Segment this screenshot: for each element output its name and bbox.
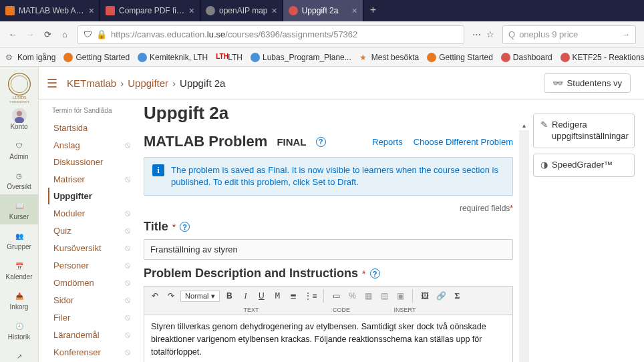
- star-icon[interactable]: ☆: [486, 29, 494, 39]
- student-view-button[interactable]: 👓 Studentens vy: [544, 73, 631, 93]
- nav-item-label: Omdömen: [53, 278, 94, 288]
- course-nav-item[interactable]: Personer⦸: [48, 256, 134, 274]
- browser-tab[interactable]: openAIP map ×: [200, 0, 283, 21]
- new-tab-button[interactable]: +: [363, 0, 383, 21]
- bullet-list-button[interactable]: ≣: [287, 289, 300, 303]
- scroll-up-icon[interactable]: ▴: [521, 120, 527, 130]
- browser-tab-active[interactable]: Uppgift 2a ×: [283, 0, 363, 21]
- bold-button[interactable]: B: [222, 289, 236, 303]
- course-nav-item[interactable]: Sidor⦸: [48, 291, 134, 309]
- course-nav-item[interactable]: Filer⦸: [48, 309, 134, 326]
- home-button[interactable]: ⌂: [56, 26, 73, 43]
- go-icon[interactable]: →: [621, 29, 630, 39]
- nav-commons[interactable]: ↗Commons: [0, 345, 38, 362]
- bookmark-item[interactable]: KETF25 - Reaktionstek...: [560, 53, 644, 62]
- forward-button[interactable]: →: [21, 26, 39, 43]
- bookmark-item[interactable]: LTHLTH: [216, 53, 243, 62]
- course-nav-item[interactable]: Anslag⦸: [48, 136, 134, 154]
- hidden-icon: ⦸: [125, 260, 130, 270]
- menu-toggle-button[interactable]: ☰: [47, 76, 57, 91]
- course-nav-item[interactable]: Lärandemål⦸: [48, 326, 134, 343]
- format-dropdown[interactable]: Normal ▾: [180, 291, 220, 302]
- breadcrumb-course[interactable]: KETmatlab: [67, 77, 116, 89]
- close-icon[interactable]: ×: [352, 5, 357, 16]
- course-nav-item[interactable]: Konferenser⦸: [48, 343, 134, 361]
- equation-button[interactable]: Σ: [450, 289, 464, 303]
- rich-text-editor[interactable]: Styren tillverkas genom dehydrogenering …: [144, 315, 513, 362]
- scrollbar[interactable]: ▴: [519, 120, 529, 362]
- close-icon[interactable]: ×: [89, 5, 94, 16]
- output-button[interactable]: ▤: [377, 289, 391, 303]
- book-icon: 📖: [12, 198, 27, 213]
- title-input[interactable]: [144, 239, 513, 260]
- bookmark-item[interactable]: Kemiteknik, LTH: [138, 53, 208, 62]
- svg-point-0: [8, 73, 30, 96]
- course-nav-item[interactable]: Startsida: [48, 120, 134, 136]
- nav-item-label: Filer: [53, 313, 70, 323]
- bookmark-item[interactable]: Getting Started: [427, 53, 493, 62]
- search-bar[interactable]: Q oneplus 9 price →: [502, 25, 636, 44]
- code-button[interactable]: ▭: [329, 289, 343, 303]
- university-logo[interactable]: LUNDSUNIVERSITET: [3, 71, 35, 104]
- nav-account[interactable]: Konto: [0, 104, 38, 134]
- back-button[interactable]: ←: [4, 26, 21, 43]
- percent-button[interactable]: %: [345, 289, 359, 303]
- bookmark-item[interactable]: ★Mest besökta: [359, 53, 419, 62]
- svg-point-5: [17, 111, 22, 116]
- redo-button[interactable]: ↷: [164, 289, 178, 303]
- problem-status: FINAL: [277, 136, 306, 148]
- example-button[interactable]: ▦: [361, 289, 375, 303]
- underline-button[interactable]: U: [255, 289, 268, 303]
- course-nav-item[interactable]: Matriser⦸: [48, 170, 134, 188]
- group-button[interactable]: ▣: [393, 289, 407, 303]
- chevron-down-icon: ▾: [211, 292, 215, 301]
- course-nav-item[interactable]: Omdömen⦸: [48, 274, 134, 291]
- nav-history[interactable]: 🕘Historik: [0, 315, 38, 345]
- monospace-button[interactable]: M: [271, 289, 284, 303]
- speedometer-icon: ◷: [12, 168, 27, 183]
- breadcrumb-section[interactable]: Uppgifter: [128, 77, 168, 89]
- nav-courses[interactable]: 📖Kurser: [0, 194, 38, 224]
- course-nav-item[interactable]: Moduler⦸: [48, 204, 134, 222]
- nav-item-label: Anslag: [53, 140, 80, 150]
- nav-admin[interactable]: 🛡Admin: [0, 134, 38, 164]
- edit-settings-button[interactable]: ✎ Redigera uppgiftsinställningar: [533, 114, 635, 148]
- course-nav-item[interactable]: Diskussioner: [48, 154, 134, 170]
- help-icon[interactable]: ?: [370, 268, 380, 279]
- reports-link[interactable]: Reports: [372, 137, 403, 147]
- scroll-track[interactable]: [519, 130, 529, 362]
- main-columns: Termin för Sandlåda StartsidaAnslag⦸Disk…: [39, 100, 644, 362]
- close-icon[interactable]: ×: [272, 5, 277, 16]
- speedgrader-button[interactable]: ◑ SpeedGrader™: [533, 154, 635, 177]
- help-icon[interactable]: ?: [180, 222, 190, 232]
- course-nav-item[interactable]: Kursöversikt⦸: [48, 239, 134, 256]
- page-actions: ⋯ ☆: [468, 29, 498, 39]
- nav-groups[interactable]: 👥Grupper: [0, 224, 38, 254]
- chevron-right-icon: ›: [172, 77, 176, 89]
- dots-icon[interactable]: ⋯: [472, 29, 481, 39]
- browser-tab[interactable]: Compare PDF files - 100% Free ×: [100, 0, 200, 21]
- hidden-icon: ⦸: [125, 312, 130, 323]
- course-nav-item[interactable]: Quiz⦸: [48, 222, 134, 239]
- browser-tab[interactable]: MATLAB Web Apps ×: [0, 0, 100, 21]
- bookmark-item[interactable]: ⚙Kom igång: [5, 53, 55, 62]
- nav-calendar[interactable]: 📅Kalender: [0, 254, 38, 285]
- bookmark-item[interactable]: Getting Started: [63, 53, 130, 62]
- nav-inbox[interactable]: 📥Inkorg: [0, 285, 38, 315]
- url-bar[interactable]: 🛡 🔒 https://canvas.education.lu.se/cours…: [77, 25, 464, 44]
- help-icon[interactable]: ?: [316, 137, 326, 147]
- choose-problem-link[interactable]: Choose Different Problem: [414, 137, 513, 147]
- italic-button[interactable]: I: [238, 289, 252, 303]
- number-list-button[interactable]: ⋮≡: [303, 289, 318, 303]
- nav-item-label: Kursöversikt: [53, 243, 102, 253]
- nav-dashboard[interactable]: ◷Översikt: [0, 164, 38, 194]
- bookmark-item[interactable]: Lubas_Program_Plane...: [251, 53, 351, 62]
- link-button[interactable]: 🔗: [434, 289, 448, 303]
- reload-button[interactable]: ⟳: [39, 26, 56, 43]
- bookmark-item[interactable]: Dashboard: [501, 53, 552, 62]
- close-icon[interactable]: ×: [189, 5, 194, 16]
- undo-button[interactable]: ↶: [148, 289, 162, 303]
- pdf-icon: [106, 6, 115, 15]
- image-button[interactable]: 🖼: [418, 289, 432, 303]
- course-nav-item[interactable]: Uppgifter: [48, 188, 134, 204]
